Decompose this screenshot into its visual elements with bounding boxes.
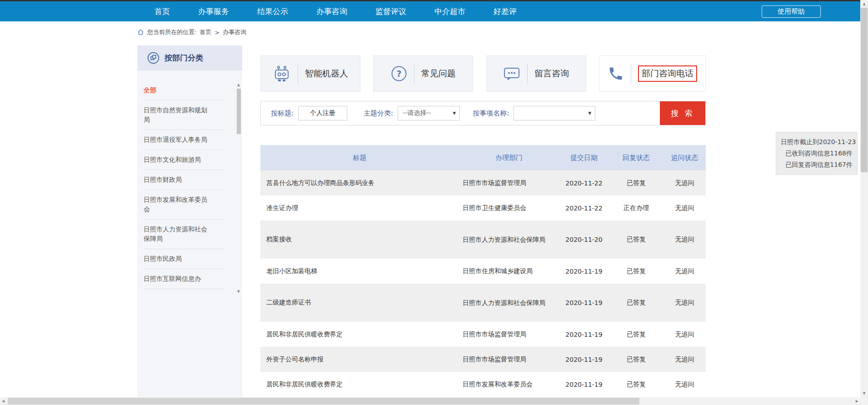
column-header-reply: 回复状态 [609, 154, 663, 162]
table-row[interactable]: 二级建造师证书 日照市人力资源和社会保障局 2020-11-19 已答复 无追问 [260, 284, 706, 322]
table-header-row: 标题 办理部门 提交日期 回复状态 追问状态 [260, 145, 706, 170]
search-button[interactable]: 搜 索 [660, 101, 705, 125]
cell-dept: 日照市住房和城乡建设局 [459, 266, 559, 276]
scroll-left-arrow[interactable]: ◀ [2, 399, 5, 403]
phone-icon [608, 65, 624, 82]
sidebar-item-development[interactable]: 日照市发展和改革委员会 [144, 190, 224, 220]
sidebar-scroll-up-arrow[interactable]: ▲ [237, 83, 240, 87]
stats-box: 日照市截止到2020-11-23 已收到咨询信息1168件 已回复咨询信息116… [776, 132, 858, 175]
category-select[interactable]: --请选择-- ▼ [398, 106, 460, 120]
cell-date: 2020-11-20 [559, 236, 609, 243]
cell-dept: 日照市市场监督管理局 [459, 178, 559, 188]
quick-link-robot[interactable]: 智能机器人 [260, 55, 360, 92]
cell-dept: 日照市人力资源和社会保障局 [459, 298, 559, 308]
breadcrumb-separator: > [215, 29, 219, 36]
sidebar-item-human-resources[interactable]: 日照市人力资源和社会保障局 [144, 220, 224, 249]
category-label: 主题分类: [364, 109, 393, 118]
title-search-input[interactable] [298, 106, 347, 120]
breadcrumb-current-link[interactable]: 办事咨询 [223, 28, 246, 36]
table-row[interactable]: 档案接收 日照市人力资源和社会保障局 2020-11-20 已答复 无追问 [260, 220, 706, 259]
sidebar-item-culture-tourism[interactable]: 日照市文化和旅游局 [144, 150, 224, 170]
nav-item-agency[interactable]: 中介超市 [420, 6, 479, 17]
cell-dept: 日照市发展和改革委员会 [459, 379, 559, 390]
sidebar-item-natural-resources[interactable]: 日照市自然资源和规划局 [144, 100, 224, 130]
breadcrumb-home-link[interactable]: 首页 [200, 28, 211, 36]
scroll-right-arrow[interactable]: ▶ [856, 399, 858, 403]
item-name-label: 按事项名称: [473, 109, 509, 118]
sidebar-header: 按部门分类 [137, 45, 242, 70]
cell-follow: 无追问 [663, 355, 706, 364]
breadcrumb-prefix: 您当前所在的位置: [147, 28, 196, 36]
table-row[interactable]: 居民和非居民供暖收费界定 日照市市场监督管理局 2020-11-19 已答复 无… [260, 322, 706, 347]
cell-follow: 无追问 [663, 179, 706, 187]
cell-title[interactable]: 莒县什么地方可以办理商品条形码业务 [260, 179, 459, 187]
sidebar-item-civil-affairs[interactable]: 日照市民政局 [144, 249, 224, 269]
cell-dept: 日照市卫生健康委员会 [459, 203, 559, 213]
scroll-down-arrow[interactable]: ▼ [860, 391, 868, 395]
cell-date: 2020-11-19 [559, 268, 609, 275]
cell-date: 2020-11-19 [559, 356, 609, 363]
table-row[interactable]: 准生证办理 日照市卫生健康委员会 2020-11-22 正在办理 无追问 [260, 195, 706, 220]
nav-item-services[interactable]: 办事服务 [184, 6, 243, 17]
sidebar-item-veterans[interactable]: 日照市退役军人事务局 [144, 130, 224, 150]
vertical-scrollbar-thumb[interactable] [861, 8, 868, 172]
sidebar-scrollbar-thumb[interactable] [237, 89, 241, 134]
nav-item-consult[interactable]: 办事咨询 [302, 6, 361, 17]
item-name-select[interactable]: ▼ [514, 106, 595, 120]
cell-dept: 日照市市场监督管理局 [459, 354, 559, 365]
cell-title[interactable]: 外资子公司名称申报 [260, 355, 459, 364]
horizontal-scrollbar[interactable]: ◀ ▶ [0, 397, 860, 405]
card-divider [298, 64, 298, 84]
cell-dept: 日照市人力资源和社会保障局 [459, 235, 559, 245]
nav-item-results[interactable]: 结果公示 [243, 6, 302, 17]
cell-title[interactable]: 老旧小区加装电梯 [260, 267, 459, 275]
cell-title[interactable]: 档案接收 [260, 235, 459, 244]
quick-link-message[interactable]: 留言咨询 [486, 55, 586, 92]
department-sidebar: 按部门分类 全部 日照市自然资源和规划局 日照市退役军人事务局 日照市文化和旅游… [137, 45, 242, 403]
sidebar-item-all[interactable]: 全部 [144, 80, 224, 100]
quick-link-phone[interactable]: 部门咨询电话 [599, 55, 706, 92]
cell-reply: 正在办理 [609, 204, 663, 212]
cell-follow: 无追问 [663, 204, 706, 212]
cell-reply: 已答复 [609, 355, 663, 364]
horizontal-scrollbar-thumb[interactable] [8, 398, 639, 405]
quick-link-faq-label: 常见问题 [421, 68, 456, 80]
sidebar-scroll-down-arrow[interactable]: ▼ [237, 290, 240, 294]
cell-title[interactable]: 居民和非居民供暖收费界定 [260, 330, 459, 339]
sidebar-item-internet-info[interactable]: 日照市互联网信息办 [144, 269, 224, 289]
cell-title[interactable]: 居民和非居民供暖收费界定 [260, 380, 459, 389]
scroll-up-arrow[interactable]: ▲ [860, 2, 868, 6]
robot-icon [273, 65, 291, 83]
sidebar-title: 按部门分类 [165, 53, 203, 63]
help-button[interactable]: 使用帮助 [762, 5, 821, 18]
nav-item-home[interactable]: 首页 [140, 6, 184, 17]
quick-link-faq[interactable]: ? 常见问题 [373, 55, 473, 92]
table-row[interactable]: 外资子公司名称申报 日照市市场监督管理局 2020-11-19 已答复 无追问 [260, 347, 706, 372]
cell-dept: 日照市市场监督管理局 [459, 329, 559, 340]
table-row[interactable]: 老旧小区加装电梯 日照市住房和城乡建设局 2020-11-19 已答复 无追问 [260, 259, 706, 284]
cell-date: 2020-11-19 [559, 299, 609, 306]
nav-item-supervision[interactable]: 监督评议 [361, 6, 420, 17]
cell-reply: 已答复 [609, 330, 663, 339]
column-header-dept: 办理部门 [459, 153, 559, 163]
quick-link-robot-label: 智能机器人 [305, 68, 348, 80]
column-header-title: 标题 [260, 154, 459, 162]
quick-link-message-label: 留言咨询 [534, 68, 569, 80]
breadcrumb: 您当前所在的位置: 首页 > 办事咨询 [137, 28, 246, 36]
nav-item-rating[interactable]: 好差评 [479, 6, 531, 17]
cell-reply: 已答复 [609, 299, 663, 307]
table-row[interactable]: 居民和非居民供暖收费界定 日照市发展和改革委员会 2020-11-19 已答复 … [260, 372, 706, 397]
cell-title[interactable]: 二级建造师证书 [260, 299, 459, 307]
cell-reply: 已答复 [609, 267, 663, 275]
cell-follow: 无追问 [663, 267, 706, 275]
main-content: 智能机器人 ? 常见问题 留言咨询 [260, 55, 706, 92]
cell-date: 2020-11-22 [559, 180, 609, 187]
table-row[interactable]: 莒县什么地方可以办理商品条形码业务 日照市市场监督管理局 2020-11-22 … [260, 170, 706, 195]
vertical-scrollbar[interactable]: ▲ ▼ [860, 0, 868, 397]
cell-title[interactable]: 准生证办理 [260, 204, 459, 212]
cell-follow: 无追问 [663, 235, 706, 244]
department-list: 全部 日照市自然资源和规划局 日照市退役军人事务局 日照市文化和旅游局 日照市财… [144, 80, 224, 289]
cell-date: 2020-11-19 [559, 381, 609, 388]
card-divider [631, 64, 631, 84]
sidebar-item-finance[interactable]: 日照市财政局 [144, 170, 224, 190]
